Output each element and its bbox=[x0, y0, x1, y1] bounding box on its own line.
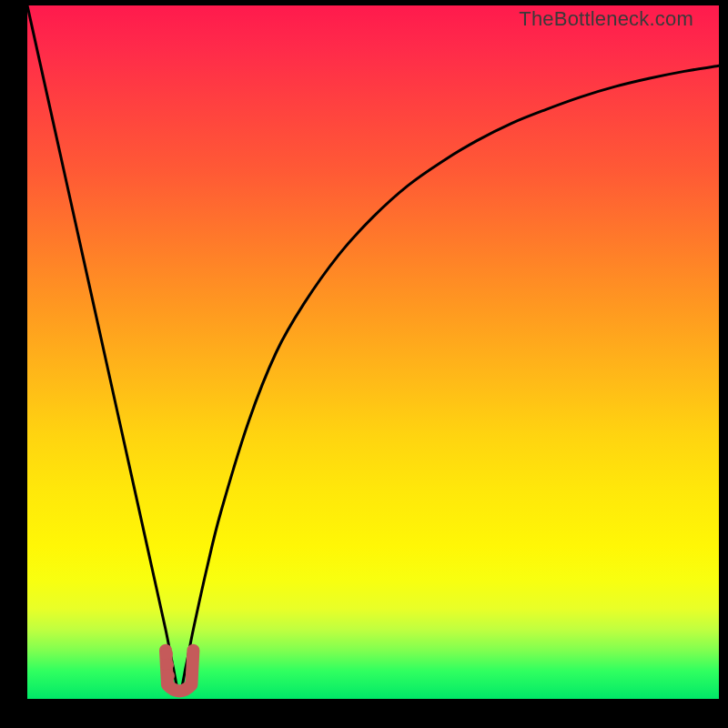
svg-point-0 bbox=[160, 648, 173, 661]
optimal-range-marker bbox=[160, 648, 193, 692]
curve-svg bbox=[27, 5, 719, 699]
svg-point-1 bbox=[161, 659, 174, 672]
bottleneck-curve bbox=[27, 5, 719, 692]
plot-area bbox=[27, 5, 719, 699]
watermark-text: TheBottleneck.com bbox=[519, 7, 693, 31]
svg-point-2 bbox=[162, 670, 175, 682]
chart-frame: TheBottleneck.com bbox=[0, 0, 728, 728]
